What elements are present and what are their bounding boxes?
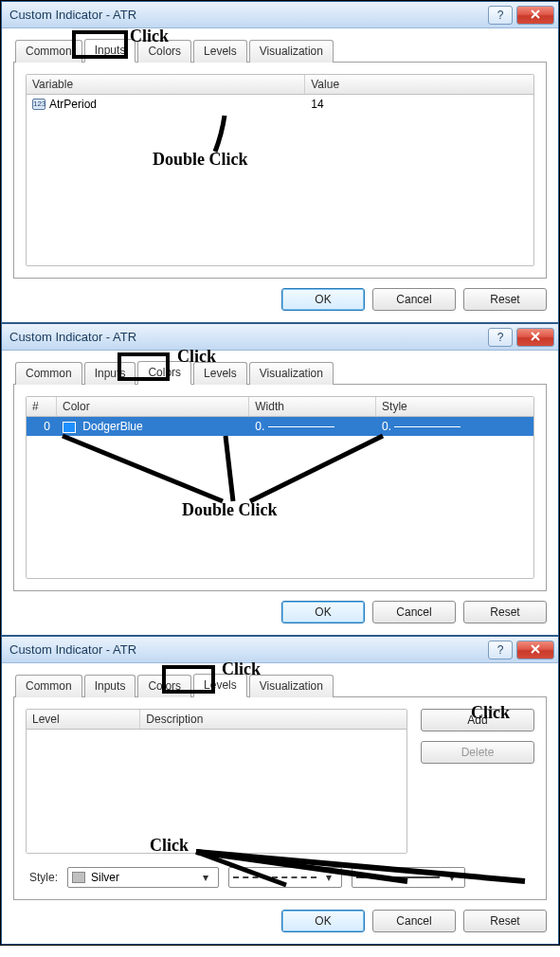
levels-table: Level Description	[26, 709, 407, 854]
tab-common[interactable]: Common	[15, 362, 82, 385]
ok-button[interactable]: OK	[281, 910, 365, 932]
close-button[interactable]	[516, 641, 554, 659]
chevron-down-icon: ▾	[443, 871, 461, 884]
reset-button[interactable]: Reset	[463, 288, 547, 311]
cancel-button[interactable]: Cancel	[372, 288, 456, 311]
tab-inputs[interactable]: Inputs	[84, 362, 136, 385]
table-row[interactable]: 123 AtrPeriod 14	[27, 95, 533, 114]
delete-button: Delete	[421, 741, 534, 764]
style-color-combo[interactable]: Silver ▾	[67, 867, 219, 888]
window-title: Custom Indicator - ATR	[9, 642, 484, 657]
style-dash-combo[interactable]: ▾	[228, 867, 342, 888]
cell-width: 0.	[255, 420, 264, 433]
help-button[interactable]: ?	[488, 6, 513, 25]
col-width[interactable]: Width	[249, 397, 376, 416]
silver-swatch-icon	[72, 872, 85, 883]
help-button[interactable]: ?	[488, 328, 513, 347]
levels-empty-area[interactable]	[27, 730, 406, 853]
dash-preview-icon	[233, 876, 316, 878]
cell-variable: AtrPeriod	[49, 98, 97, 111]
tab-inputs[interactable]: Inputs	[84, 39, 136, 63]
cell-value[interactable]: 14	[305, 95, 533, 114]
cancel-button[interactable]: Cancel	[372, 910, 456, 932]
col-style[interactable]: Style	[376, 397, 533, 416]
ok-button[interactable]: OK	[281, 288, 365, 311]
tab-bar: Common Inputs Colors Levels Visualizatio…	[13, 360, 547, 385]
tab-inputs[interactable]: Inputs	[84, 675, 136, 697]
width-preview-icon	[268, 426, 334, 427]
tab-common[interactable]: Common	[15, 675, 82, 697]
tab-levels[interactable]: Levels	[193, 674, 247, 697]
window-title: Custom Indicator - ATR	[9, 8, 484, 22]
tab-levels[interactable]: Levels	[193, 40, 247, 63]
chevron-down-icon: ▾	[320, 871, 337, 884]
line-preview-icon	[356, 876, 440, 878]
cell-num: 0	[27, 417, 57, 436]
reset-button[interactable]: Reset	[463, 601, 547, 623]
dialog-colors: Custom Indicator - ATR ? Common Inputs C…	[1, 323, 559, 636]
tab-colors[interactable]: Colors	[137, 675, 191, 697]
tab-visualization[interactable]: Visualization	[249, 40, 334, 63]
dialog-levels: Custom Indicator - ATR ? Common Inputs C…	[1, 636, 559, 945]
reset-button[interactable]: Reset	[463, 910, 547, 932]
titlebar: Custom Indicator - ATR ?	[2, 324, 558, 351]
tab-visualization[interactable]: Visualization	[249, 362, 334, 385]
tab-bar: Common Inputs Colors Levels Visualizatio…	[13, 673, 547, 697]
close-icon	[531, 331, 540, 344]
cell-style: 0.	[382, 420, 391, 433]
colors-table: # Color Width Style 0 DodgerBlue 0.	[26, 396, 534, 579]
col-color[interactable]: Color	[57, 397, 249, 416]
style-label: Style:	[29, 871, 58, 884]
help-button[interactable]: ?	[488, 641, 513, 659]
close-icon	[531, 643, 540, 657]
int-icon: 123	[32, 99, 45, 110]
cell-color: DodgerBlue	[82, 420, 142, 433]
ok-button[interactable]: OK	[281, 601, 365, 623]
tab-colors[interactable]: Colors	[137, 361, 191, 385]
col-value[interactable]: Value	[305, 75, 533, 94]
style-color-value: Silver	[91, 871, 197, 884]
tab-common[interactable]: Common	[15, 40, 82, 63]
tab-bar: Common Inputs Colors Levels Visualizatio…	[13, 38, 547, 63]
window-title: Custom Indicator - ATR	[9, 330, 484, 344]
dialog-inputs: Custom Indicator - ATR ? Common Inputs C…	[1, 1, 559, 323]
col-variable[interactable]: Variable	[27, 75, 305, 94]
close-icon	[531, 9, 540, 22]
titlebar: Custom Indicator - ATR ?	[2, 2, 558, 28]
add-button[interactable]: Add	[421, 709, 534, 731]
close-button[interactable]	[516, 328, 554, 347]
table-row[interactable]: 0 DodgerBlue 0. 0.	[27, 417, 533, 436]
col-description[interactable]: Description	[140, 710, 406, 729]
style-width-combo[interactable]: ▾	[352, 867, 465, 888]
style-preview-icon	[394, 426, 461, 427]
chevron-down-icon: ▾	[197, 871, 214, 884]
color-swatch-icon	[63, 422, 76, 433]
tab-colors[interactable]: Colors	[137, 40, 191, 63]
tab-levels[interactable]: Levels	[193, 362, 247, 385]
col-level[interactable]: Level	[27, 710, 140, 729]
col-num[interactable]: #	[27, 397, 57, 416]
inputs-table: Variable Value 123 AtrPeriod 14	[26, 74, 534, 266]
titlebar: Custom Indicator - ATR ?	[2, 637, 558, 663]
close-button[interactable]	[516, 6, 554, 25]
cancel-button[interactable]: Cancel	[372, 601, 456, 623]
tab-visualization[interactable]: Visualization	[249, 675, 334, 697]
